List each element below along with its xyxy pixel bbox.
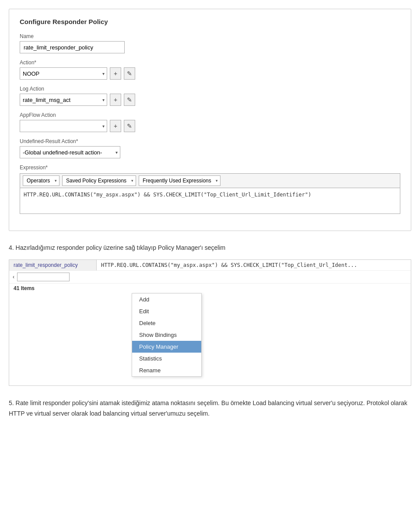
action-select[interactable]: NOOP (20, 67, 107, 80)
saved-policy-select-wrapper: Saved Policy Expressions ▾ (62, 175, 139, 186)
log-action-label: Log Action (20, 86, 400, 92)
appflow-group: AppFlow Action ▾ + ✎ (20, 112, 400, 132)
log-action-edit-button[interactable]: ✎ (124, 94, 135, 106)
frequently-used-select[interactable]: Frequently Used Expressions (139, 175, 220, 186)
row-policy-name: rate_limit_responder_policy (9, 260, 97, 270)
undefined-select-wrapper: -Global undefined-result action- ▾ (20, 146, 120, 158)
name-group: Name (20, 33, 400, 53)
panel-title: Configure Responder Policy (20, 18, 400, 25)
name-input[interactable] (20, 41, 125, 53)
appflow-select[interactable] (20, 120, 107, 132)
expression-text: HTTP.REQ.URL.CONTAINS("my_aspx.aspx") &&… (24, 192, 396, 198)
appflow-select-wrapper: ▾ (20, 120, 107, 132)
context-table-wrapper: rate_limit_responder_policy HTTP.REQ.URL… (9, 259, 411, 386)
step5-text: 5. Rate limit responder policy'sini atam… (9, 398, 411, 419)
context-menu-item-show-bindings[interactable]: Show Bindings (132, 329, 201, 341)
action-group: Action* NOOP ▾ + ✎ (20, 60, 400, 80)
action-row: NOOP ▾ + ✎ (20, 67, 400, 80)
nav-search-input[interactable] (17, 273, 70, 281)
log-action-group: Log Action rate_limit_msg_act ▾ + ✎ (20, 86, 400, 106)
expression-textarea-container: HTTP.REQ.URL.CONTAINS("my_aspx.aspx") &&… (20, 188, 400, 214)
context-menu-item-statistics[interactable]: Statistics (132, 353, 201, 364)
configure-responder-policy-panel: Configure Responder Policy Name Action* … (9, 9, 411, 231)
action-select-wrapper: NOOP ▾ (20, 67, 107, 80)
table-row: rate_limit_responder_policy HTTP.REQ.URL… (9, 260, 411, 271)
appflow-label: AppFlow Action (20, 112, 400, 118)
context-menu-item-rename[interactable]: Rename (132, 364, 201, 376)
context-menu-item-delete[interactable]: Delete (132, 317, 201, 329)
operators-select-wrapper: Operators ▾ (23, 175, 62, 186)
context-menu-item-edit[interactable]: Edit (132, 305, 201, 317)
undefined-select[interactable]: -Global undefined-result action- (20, 146, 120, 158)
action-label: Action* (20, 60, 400, 66)
context-menu-item-policy-manager[interactable]: Policy Manager (132, 341, 201, 353)
main-container: Configure Responder Policy Name Action* … (9, 9, 411, 419)
log-action-select[interactable]: rate_limit_msg_act (20, 94, 107, 106)
action-add-button[interactable]: + (110, 67, 121, 80)
context-menu-item-add[interactable]: Add (132, 294, 201, 305)
appflow-add-button[interactable]: + (110, 120, 121, 132)
nav-row: ‹ (9, 271, 411, 284)
appflow-edit-button[interactable]: ✎ (124, 120, 135, 132)
expression-label: Expression* (20, 164, 400, 171)
undefined-group: Undefined-Result Action* -Global undefin… (20, 138, 400, 158)
expression-toolbar: Operators ▾ Saved Policy Expressions ▾ F… (20, 173, 400, 188)
context-menu: Add Edit Delete Show Bindings Policy Man… (132, 293, 202, 377)
undefined-label: Undefined-Result Action* (20, 138, 400, 144)
log-action-add-button[interactable]: + (110, 94, 121, 106)
undefined-row: -Global undefined-result action- ▾ (20, 146, 400, 158)
appflow-row: ▾ + ✎ (20, 120, 400, 132)
log-action-row: rate_limit_msg_act ▾ + ✎ (20, 94, 400, 106)
items-count: 41 Items (9, 284, 411, 293)
name-label: Name (20, 33, 400, 39)
step4-text: 4. Hazırladığımız responder policy üzeri… (9, 243, 411, 252)
saved-policy-select[interactable]: Saved Policy Expressions (62, 175, 136, 186)
operators-select[interactable]: Operators (23, 175, 60, 186)
expression-group: Expression* Operators ▾ Saved Policy Exp… (20, 164, 400, 214)
action-edit-button[interactable]: ✎ (124, 67, 135, 80)
log-action-select-wrapper: rate_limit_msg_act ▾ (20, 94, 107, 106)
nav-arrow-left-icon[interactable]: ‹ (13, 274, 14, 280)
frequently-used-select-wrapper: Frequently Used Expressions ▾ (139, 175, 223, 186)
row-expression: HTTP.REQ.URL.CONTAINS("my_aspx.aspx") &&… (97, 260, 411, 270)
